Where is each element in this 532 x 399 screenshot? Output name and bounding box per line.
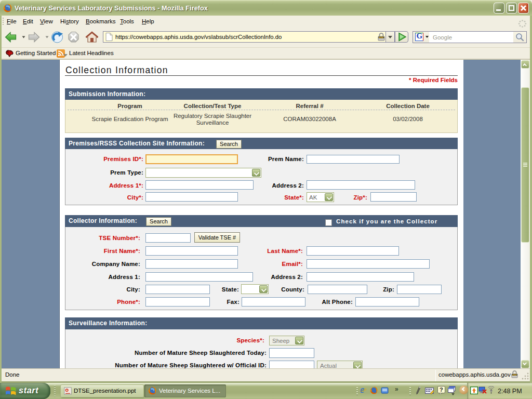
svg-text:?: ? (440, 387, 443, 393)
